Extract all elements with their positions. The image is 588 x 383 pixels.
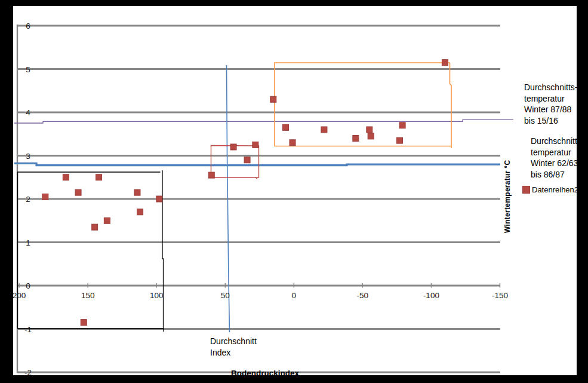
annotation-winter-87-88: Durchschnitts- temperatur Winter 87/88 b… [524, 82, 577, 126]
legend: Datenreihen2 [522, 185, 578, 194]
annotation-durchschnitt-index: Durchschnitt Index [210, 336, 257, 359]
legend-label: Datenreihen2 [532, 185, 578, 194]
text-overlay: Durchschnitts- temperatur Winter 87/88 b… [0, 0, 588, 383]
chart-area: 6543210-1-2200150100500-50-100-150 Durch… [13, 6, 577, 375]
annotation-winter-62-63: Durchschnitts- temperatur Winter 62/63 b… [531, 136, 584, 180]
y-axis-title: Wintertemperatur °C [502, 158, 513, 233]
series-marker-icon [522, 186, 530, 194]
chart-screenshot: { "chart_data": { "type": "scatter", "ti… [0, 0, 588, 383]
x-axis-title: Bodendruckindex [231, 368, 299, 379]
